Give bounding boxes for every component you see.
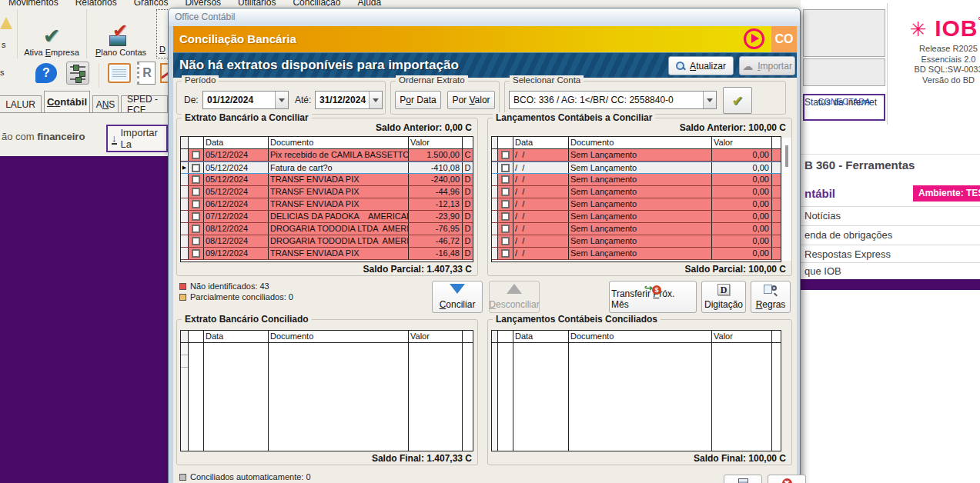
row-checkbox-cell[interactable] (189, 162, 204, 173)
table-row[interactable]: 06/12/2024TRANSF ENVIADA PIX-12,13D (181, 198, 473, 211)
table-row[interactable]: 07/12/2024DELICIAS DA PADOKA AMERICANA-2… (181, 211, 473, 223)
importar-lancamentos-button[interactable]: ↓ Importar La (106, 125, 168, 152)
conta-combo[interactable]: BCO: 336 / AG: 1</BR/ CC: 2558840-0 (509, 91, 717, 109)
vertical-scrollbar[interactable] (782, 138, 791, 261)
col-valor[interactable]: Valor (409, 331, 463, 342)
row-checkbox-cell[interactable] (498, 235, 513, 247)
table-row[interactable]: / /Sem Lançamento0,00 (492, 235, 781, 248)
row-checkbox-cell[interactable] (498, 149, 513, 161)
dropdown-arrow-icon[interactable] (369, 92, 382, 108)
tab-contabil[interactable]: Contábil (44, 91, 90, 112)
row-checkbox-cell[interactable] (498, 162, 513, 173)
settings-sliders-icon[interactable] (66, 62, 89, 85)
checkbox[interactable] (192, 164, 200, 172)
table-row[interactable]: 05/12/2024TRANSF ENVIADA PIX-240,00D (181, 174, 473, 186)
table-row[interactable]: 08/12/2024DROGARIA TODODIA LTDA AMERICAN… (181, 235, 473, 248)
col-valor[interactable]: Valor (409, 137, 463, 148)
table-row[interactable]: 05/12/2024TRANSF ENVIADA PIX-44,96D (181, 186, 473, 198)
col-data[interactable]: Data (513, 331, 569, 342)
row-checkbox-cell[interactable] (189, 198, 204, 210)
row-checkbox-cell[interactable] (189, 211, 204, 222)
tab-ans[interactable]: ANS (92, 95, 119, 112)
panel-item-destaque[interactable]: que IOB (804, 265, 841, 277)
partial-bottom-button-close[interactable]: ✖ (768, 475, 806, 483)
table-row[interactable]: / /Sem Lançamento0,00 (492, 174, 781, 186)
row-checkbox-cell[interactable] (498, 223, 513, 235)
checkbox[interactable] (501, 175, 510, 184)
partial-bottom-button-grid[interactable] (724, 475, 762, 483)
book-icon[interactable] (108, 63, 131, 83)
scrollbar-thumb[interactable] (785, 145, 788, 167)
checkbox[interactable] (501, 249, 510, 258)
table-row[interactable]: / /Sem Lançamento0,00 (492, 149, 781, 162)
confirm-account-button[interactable]: ✔ (723, 87, 752, 114)
dropdown-arrow-icon[interactable] (703, 92, 716, 108)
col-data[interactable]: Data (204, 331, 269, 342)
col-data[interactable]: Data (513, 137, 569, 148)
atualizar-button[interactable]: Atualizar (668, 56, 734, 75)
checkbox[interactable] (501, 151, 510, 159)
checkbox[interactable] (501, 200, 510, 208)
table-row[interactable]: / /Sem Lançamento0,00 (492, 223, 781, 235)
table-row[interactable]: / /Sem Lançamento0,00 (492, 198, 781, 211)
table-row[interactable]: / /Sem Lançamento0,00 (492, 186, 781, 198)
table-row[interactable]: 08/12/2024DROGARIA TODODIA LTDA AMERICAN… (181, 223, 473, 235)
por-valor-button[interactable]: Por Valor (447, 91, 495, 109)
help-icon[interactable]: ? (35, 63, 57, 83)
menu-conciliacao[interactable]: Conciliação (284, 0, 349, 6)
row-checkbox-cell[interactable] (498, 211, 513, 222)
dialog-titlebar[interactable]: Office Contábil (169, 8, 800, 26)
menu-ajuda[interactable]: Ajuda (349, 0, 390, 6)
date-to-combo[interactable]: 31/12/2024 (315, 91, 383, 109)
menu-utilitarios[interactable]: Utilitários (229, 0, 284, 6)
checkbox[interactable] (501, 225, 510, 233)
checkbox[interactable] (192, 237, 200, 245)
menu-graficos[interactable]: Gráficos (125, 0, 177, 6)
checkbox[interactable] (192, 175, 200, 184)
tab-lalur[interactable]: LALUR (0, 95, 42, 112)
por-data-button[interactable]: Por Data (395, 91, 441, 109)
checkbox[interactable] (501, 188, 510, 196)
menu-movimentos[interactable]: Movimentos (0, 0, 67, 6)
tab-sped-ecf[interactable]: SPED - ECF (121, 95, 168, 112)
table-row[interactable]: / /Sem Lançamento0,00 (492, 248, 781, 260)
conciliar-button[interactable]: Conciliar (432, 281, 483, 313)
panel-item-agenda[interactable]: enda de obrigações (804, 229, 892, 241)
transferir-button[interactable]: ↪$ Transferir Próx. Mês (609, 281, 697, 313)
col-valor[interactable]: Valor (712, 331, 772, 342)
col-documento[interactable]: Documento (269, 331, 409, 342)
row-checkbox-cell[interactable] (498, 186, 513, 198)
regras-button[interactable]: Regras (751, 281, 791, 313)
table-row[interactable]: 09/12/2024TRANSF ENVIADA PIX-16,48D (181, 248, 473, 260)
table-row[interactable]: ▶05/12/2024Fatura de cart?o-410,08D (181, 162, 473, 174)
checkbox[interactable] (192, 200, 200, 208)
row-checkbox-cell[interactable] (189, 235, 204, 247)
checkbox[interactable] (192, 225, 200, 233)
row-checkbox-cell[interactable] (189, 174, 204, 185)
date-from-combo[interactable]: 01/12/2024 (202, 91, 289, 109)
play-icon[interactable] (744, 28, 764, 49)
row-checkbox-cell[interactable] (189, 223, 204, 235)
col-valor[interactable]: Valor (712, 137, 772, 148)
checkbox[interactable] (501, 237, 510, 245)
checkbox[interactable] (501, 164, 510, 172)
menu-diversos[interactable]: Diversos (176, 0, 229, 6)
row-checkbox-cell[interactable] (498, 248, 513, 259)
row-checkbox-cell[interactable] (498, 174, 513, 185)
checkbox[interactable] (192, 188, 200, 196)
plano-contas-button[interactable]: ✔ Plano Contas (89, 8, 152, 60)
table-row[interactable]: / /Sem Lançamento0,00 (492, 162, 781, 174)
checkbox[interactable] (501, 212, 510, 221)
table-row[interactable]: 05/12/2024Pix recebido de CAMILA BASSETT… (181, 149, 473, 162)
partial-toolbar-button[interactable]: D (156, 9, 168, 58)
checkbox[interactable] (192, 151, 200, 159)
row-checkbox-cell[interactable] (189, 186, 204, 198)
panel-item-respostas[interactable]: Respostas Express (804, 248, 891, 260)
menu-relatorios[interactable]: Relatórios (67, 0, 125, 6)
digitacao-button[interactable]: D Digitação (701, 281, 746, 313)
ativa-empresa-button[interactable]: ✔ Ativa Empresa (20, 8, 83, 60)
col-documento[interactable]: Documento (569, 137, 712, 148)
row-checkbox-cell[interactable] (189, 149, 204, 161)
row-checkbox-cell[interactable] (189, 248, 204, 259)
table-row[interactable]: / /Sem Lançamento0,00 (492, 211, 781, 223)
